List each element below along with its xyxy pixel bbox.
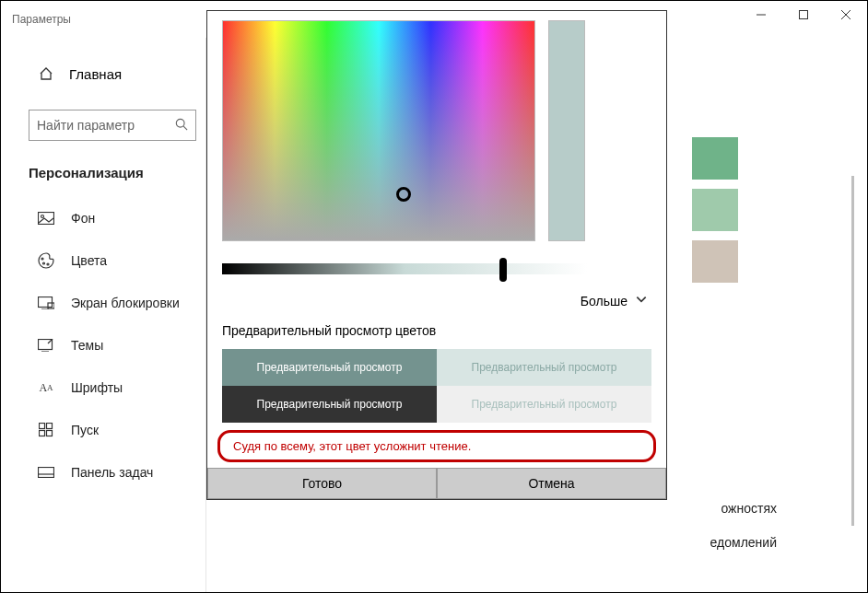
fonts-icon: AA — [38, 379, 54, 396]
svg-point-7 — [41, 215, 44, 218]
svg-point-10 — [47, 263, 49, 265]
sidebar-item-label: Темы — [71, 338, 103, 353]
sidebar-item-lockscreen[interactable]: Экран блокировки — [29, 284, 205, 322]
content-area: ожностях едомлений Больше Предварительны… — [206, 38, 867, 592]
sidebar-item-taskbar[interactable]: Панель задач — [29, 453, 205, 492]
color-crosshair[interactable] — [396, 187, 411, 202]
accent-swatch[interactable] — [692, 137, 738, 180]
search-icon — [175, 118, 188, 134]
sidebar-item-background[interactable]: Фон — [29, 199, 205, 238]
svg-rect-12 — [48, 303, 54, 308]
partial-text: едомлений — [710, 535, 777, 550]
sidebar-item-label: Экран блокировки — [71, 296, 180, 310]
color-picker-dialog: Больше Предварительный просмотр цветов П… — [206, 10, 667, 500]
sidebar: Главная Найти параметр Персонализация Фо… — [1, 38, 206, 592]
accent-swatch[interactable] — [692, 240, 738, 283]
sidebar-item-label: Фон — [71, 211, 95, 226]
sidebar-item-label: Пуск — [71, 423, 99, 437]
svg-rect-11 — [39, 297, 53, 308]
current-color-swatch — [548, 20, 585, 241]
more-toggle[interactable]: Больше — [222, 293, 648, 308]
themes-icon — [38, 337, 54, 354]
taskbar-icon — [38, 464, 54, 481]
sidebar-item-label: Шрифты — [71, 380, 123, 395]
partial-text: ожностях — [721, 501, 777, 516]
close-button[interactable] — [825, 1, 867, 29]
preview-title: Предварительный просмотр цветов — [222, 323, 651, 338]
minimize-button[interactable] — [740, 1, 782, 29]
svg-line-5 — [183, 126, 187, 130]
sidebar-item-label: Цвета — [71, 253, 107, 268]
home-icon — [38, 65, 54, 82]
preview-cell: Предварительный просмотр — [222, 349, 437, 386]
sidebar-item-start[interactable]: Пуск — [29, 411, 205, 449]
svg-rect-16 — [40, 431, 45, 436]
search-input[interactable]: Найти параметр — [29, 110, 196, 141]
preview-cell: Предварительный просмотр — [222, 386, 437, 423]
start-icon — [38, 422, 54, 438]
sidebar-item-label: Панель задач — [71, 465, 153, 480]
slider-thumb[interactable] — [499, 258, 507, 282]
lockscreen-icon — [38, 295, 54, 311]
sidebar-section-title: Персонализация — [29, 165, 196, 180]
ok-button[interactable]: Готово — [207, 468, 437, 499]
picture-icon — [38, 210, 54, 227]
value-slider[interactable] — [222, 258, 587, 280]
window-title: Параметры — [12, 13, 71, 26]
svg-point-9 — [43, 262, 45, 264]
preview-cell: Предварительный просмотр — [437, 386, 651, 423]
chevron-down-icon — [635, 293, 648, 308]
search-placeholder: Найти параметр — [37, 118, 135, 133]
svg-rect-18 — [39, 468, 54, 478]
maximize-button[interactable] — [782, 1, 825, 29]
palette-icon — [38, 252, 54, 269]
cancel-button[interactable]: Отмена — [437, 468, 666, 499]
svg-rect-14 — [40, 424, 45, 429]
svg-point-4 — [176, 119, 184, 127]
scrollbar[interactable] — [851, 176, 854, 526]
readability-warning: Судя по всему, этот цвет усложнит чтение… — [217, 430, 656, 462]
sidebar-item-colors[interactable]: Цвета — [29, 241, 205, 280]
sidebar-item-fonts[interactable]: AA Шрифты — [29, 368, 205, 407]
accent-swatch[interactable] — [692, 189, 738, 231]
sidebar-home[interactable]: Главная — [29, 56, 205, 91]
svg-rect-6 — [39, 213, 54, 225]
preview-cell: Предварительный просмотр — [437, 349, 651, 386]
color-field[interactable] — [222, 20, 535, 241]
svg-rect-1 — [800, 11, 808, 19]
window-controls — [740, 1, 867, 29]
svg-rect-17 — [47, 431, 53, 436]
svg-point-8 — [41, 258, 43, 260]
more-label: Больше — [581, 294, 628, 308]
sidebar-home-label: Главная — [69, 66, 122, 82]
svg-rect-15 — [47, 424, 53, 429]
sidebar-item-themes[interactable]: Темы — [29, 326, 205, 365]
preview-grid: Предварительный просмотр Предварительный… — [222, 349, 651, 423]
